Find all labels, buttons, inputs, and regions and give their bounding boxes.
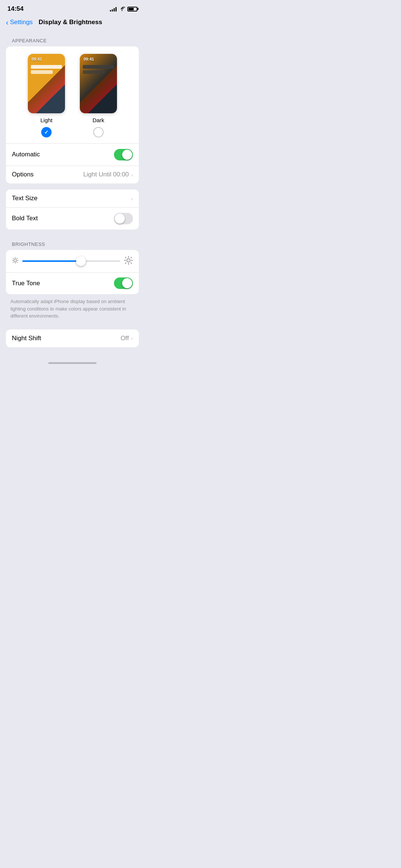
svg-line-6 bbox=[13, 258, 14, 259]
night-shift-row[interactable]: Night Shift Off › bbox=[6, 329, 139, 347]
brightness-min-icon bbox=[12, 257, 19, 265]
night-shift-value: Off bbox=[121, 335, 129, 342]
gap bbox=[0, 324, 145, 329]
toggle-thumb bbox=[122, 278, 132, 288]
light-mode-preview: 09:41 bbox=[28, 54, 65, 113]
svg-line-8 bbox=[17, 258, 17, 259]
light-mode-label: Light bbox=[40, 117, 53, 123]
text-size-right: › bbox=[131, 195, 133, 202]
dark-mode-label: Dark bbox=[92, 117, 104, 123]
checkmark-icon: ✓ bbox=[44, 129, 49, 135]
status-bar: 14:54 bbox=[0, 0, 145, 16]
text-card: Text Size › Bold Text bbox=[6, 189, 139, 230]
brightness-slider[interactable] bbox=[22, 260, 120, 262]
text-size-chevron-icon: › bbox=[131, 195, 133, 202]
options-value: Light Until 00:00 bbox=[83, 171, 129, 178]
gap bbox=[0, 347, 145, 353]
automatic-label: Automatic bbox=[12, 151, 40, 158]
signal-icon bbox=[110, 6, 117, 12]
true-tone-toggle[interactable] bbox=[114, 277, 133, 289]
true-tone-description: Automatically adapt iPhone display based… bbox=[0, 294, 145, 324]
toggle-thumb bbox=[122, 150, 132, 160]
status-time: 14:54 bbox=[7, 5, 23, 13]
svg-point-1 bbox=[14, 259, 17, 262]
home-bar bbox=[48, 362, 97, 364]
appearance-options: 09:41 Light ✓ 09:41 bbox=[6, 54, 139, 143]
svg-line-9 bbox=[13, 262, 14, 263]
page-title: Display & Brightness bbox=[39, 19, 102, 26]
svg-line-15 bbox=[125, 257, 126, 258]
svg-line-7 bbox=[17, 262, 17, 263]
brightness-thumb[interactable] bbox=[76, 256, 86, 266]
back-button-label: Settings bbox=[10, 19, 33, 26]
text-size-label: Text Size bbox=[12, 195, 38, 202]
true-tone-row[interactable]: True Tone bbox=[6, 272, 139, 294]
bold-text-toggle[interactable] bbox=[114, 213, 133, 224]
status-icons bbox=[110, 6, 137, 12]
svg-point-10 bbox=[127, 259, 130, 262]
battery-icon bbox=[127, 7, 137, 12]
brightness-slider-row bbox=[6, 250, 139, 272]
night-shift-right: Off › bbox=[121, 335, 133, 342]
automatic-toggle[interactable] bbox=[114, 149, 133, 160]
gap bbox=[0, 183, 145, 189]
svg-line-16 bbox=[131, 263, 131, 263]
text-size-row[interactable]: Text Size › bbox=[6, 189, 139, 207]
svg-line-18 bbox=[125, 263, 126, 263]
night-shift-chevron-icon: › bbox=[131, 335, 133, 341]
svg-point-0 bbox=[121, 10, 122, 11]
options-right: Light Until 00:00 › bbox=[83, 171, 133, 178]
home-indicator bbox=[0, 359, 145, 365]
night-shift-label: Night Shift bbox=[12, 335, 41, 342]
brightness-fill bbox=[22, 260, 81, 262]
options-label: Options bbox=[12, 171, 34, 178]
appearance-section-label: APPEARANCE bbox=[6, 38, 145, 43]
dark-preview-time: 09:41 bbox=[80, 54, 117, 63]
true-tone-label: True Tone bbox=[12, 280, 40, 287]
dark-mode-radio[interactable] bbox=[93, 127, 104, 137]
nav-header: ‹ Settings Display & Brightness bbox=[0, 16, 145, 32]
gap bbox=[0, 353, 145, 359]
options-row[interactable]: Options Light Until 00:00 › bbox=[6, 166, 139, 183]
gap bbox=[0, 230, 145, 235]
light-mode-option[interactable]: 09:41 Light ✓ bbox=[28, 54, 65, 137]
bold-text-label: Bold Text bbox=[12, 215, 38, 222]
light-mode-radio[interactable]: ✓ bbox=[41, 127, 52, 137]
night-shift-card: Night Shift Off › bbox=[6, 329, 139, 347]
dark-mode-option[interactable]: 09:41 Dark bbox=[80, 54, 117, 137]
bold-text-row[interactable]: Bold Text bbox=[6, 208, 139, 230]
brightness-card: True Tone bbox=[6, 250, 139, 295]
light-preview-time: 09:41 bbox=[28, 54, 65, 63]
brightness-max-icon bbox=[124, 256, 133, 266]
back-chevron-icon: ‹ bbox=[6, 19, 9, 26]
back-button[interactable]: ‹ Settings bbox=[6, 19, 33, 26]
chevron-right-icon: › bbox=[131, 172, 133, 178]
dark-mode-preview: 09:41 bbox=[80, 54, 117, 113]
svg-line-17 bbox=[131, 257, 131, 258]
appearance-card: 09:41 Light ✓ 09:41 bbox=[6, 46, 139, 183]
toggle-thumb bbox=[115, 214, 125, 224]
brightness-section-label: BRIGHTNESS bbox=[6, 241, 145, 247]
automatic-row[interactable]: Automatic bbox=[6, 144, 139, 166]
wifi-icon bbox=[119, 6, 125, 12]
